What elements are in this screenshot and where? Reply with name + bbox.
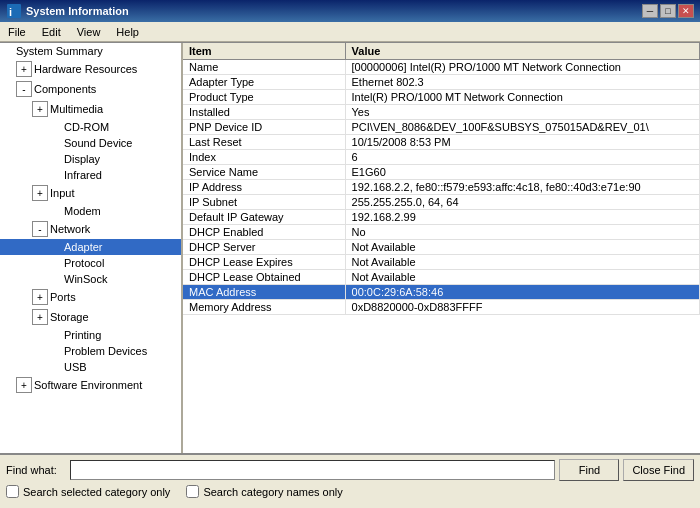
table-cell-item: Memory Address	[183, 300, 345, 315]
tree-label-adapter: Adapter	[64, 241, 103, 253]
main-content: System Summary+Hardware Resources-Compon…	[0, 42, 700, 453]
menu-view[interactable]: View	[73, 25, 105, 39]
tree-label-printing: Printing	[64, 329, 101, 341]
menu-file[interactable]: File	[4, 25, 30, 39]
table-cell-value: 6	[345, 150, 699, 165]
title-bar: i System Information ─ □ ✕	[0, 0, 700, 22]
tree-item-hardware-resources[interactable]: +Hardware Resources	[0, 59, 181, 79]
table-cell-item: Index	[183, 150, 345, 165]
close-button[interactable]: ✕	[678, 4, 694, 18]
tree-label-protocol: Protocol	[64, 257, 104, 269]
data-table: Item Value Name[00000006] Intel(R) PRO/1…	[183, 43, 700, 315]
minimize-button[interactable]: ─	[642, 4, 658, 18]
table-row[interactable]: Last Reset10/15/2008 8:53 PM	[183, 135, 700, 150]
tree-item-ports[interactable]: +Ports	[0, 287, 181, 307]
table-cell-item: IP Address	[183, 180, 345, 195]
search-category-checkbox[interactable]	[6, 485, 19, 498]
table-cell-value: Yes	[345, 105, 699, 120]
table-cell-item: DHCP Lease Expires	[183, 255, 345, 270]
tree-item-multimedia[interactable]: +Multimedia	[0, 99, 181, 119]
tree-label-input: Input	[50, 187, 74, 199]
tree-expander-multimedia[interactable]: +	[32, 101, 48, 117]
table-cell-value: Ethernet 802.3	[345, 75, 699, 90]
table-row[interactable]: Default IP Gateway192.168.2.99	[183, 210, 700, 225]
table-row[interactable]: MAC Address00:0C:29:6A:58:46	[183, 285, 700, 300]
table-row[interactable]: Product TypeIntel(R) PRO/1000 MT Network…	[183, 90, 700, 105]
table-cell-item: Adapter Type	[183, 75, 345, 90]
table-row[interactable]: Name[00000006] Intel(R) PRO/1000 MT Netw…	[183, 60, 700, 75]
tree-label-network: Network	[50, 223, 90, 235]
table-cell-value: [00000006] Intel(R) PRO/1000 MT Network …	[345, 60, 699, 75]
table-row[interactable]: DHCP ServerNot Available	[183, 240, 700, 255]
tree-expander-hardware-resources[interactable]: +	[16, 61, 32, 77]
table-cell-item: Last Reset	[183, 135, 345, 150]
table-cell-value: PCI\VEN_8086&DEV_100F&SUBSYS_075015AD&RE…	[345, 120, 699, 135]
tree-expander-network[interactable]: -	[32, 221, 48, 237]
tree-item-problem-devices[interactable]: Problem Devices	[0, 343, 181, 359]
table-cell-item: Name	[183, 60, 345, 75]
tree-item-printing[interactable]: Printing	[0, 327, 181, 343]
table-panel: Item Value Name[00000006] Intel(R) PRO/1…	[183, 43, 700, 453]
tree-label-storage: Storage	[50, 311, 89, 323]
tree-panel: System Summary+Hardware Resources-Compon…	[0, 43, 183, 453]
table-row[interactable]: IP Subnet255.255.255.0, 64, 64	[183, 195, 700, 210]
tree-item-infrared[interactable]: Infrared	[0, 167, 181, 183]
table-row[interactable]: DHCP Lease ExpiresNot Available	[183, 255, 700, 270]
menu-edit[interactable]: Edit	[38, 25, 65, 39]
tree-item-network[interactable]: -Network	[0, 219, 181, 239]
find-input[interactable]	[70, 460, 555, 480]
tree-expander-storage[interactable]: +	[32, 309, 48, 325]
search-names-checkbox-label: Search category names only	[186, 485, 342, 498]
table-row[interactable]: DHCP Lease ObtainedNot Available	[183, 270, 700, 285]
search-names-checkbox[interactable]	[186, 485, 199, 498]
table-cell-item: Service Name	[183, 165, 345, 180]
bottom-area: Find what: Find Close Find Search select…	[0, 453, 700, 508]
table-row[interactable]: PNP Device IDPCI\VEN_8086&DEV_100F&SUBSY…	[183, 120, 700, 135]
tree-expander-components[interactable]: -	[16, 81, 32, 97]
table-cell-value: E1G60	[345, 165, 699, 180]
tree-label-usb: USB	[64, 361, 87, 373]
tree-label-ports: Ports	[50, 291, 76, 303]
tree-item-usb[interactable]: USB	[0, 359, 181, 375]
tree-label-modem: Modem	[64, 205, 101, 217]
table-row[interactable]: IP Address192.168.2.2, fe80::f579:e593:a…	[183, 180, 700, 195]
table-cell-value: Not Available	[345, 255, 699, 270]
table-row[interactable]: Service NameE1G60	[183, 165, 700, 180]
table-cell-item: Default IP Gateway	[183, 210, 345, 225]
tree-expander-software-environment[interactable]: +	[16, 377, 32, 393]
tree-label-display: Display	[64, 153, 100, 165]
tree-item-input[interactable]: +Input	[0, 183, 181, 203]
tree-expander-ports[interactable]: +	[32, 289, 48, 305]
tree-item-winsock[interactable]: WinSock	[0, 271, 181, 287]
table-cell-item: IP Subnet	[183, 195, 345, 210]
table-row[interactable]: DHCP EnabledNo	[183, 225, 700, 240]
maximize-button[interactable]: □	[660, 4, 676, 18]
table-row[interactable]: Adapter TypeEthernet 802.3	[183, 75, 700, 90]
table-cell-item: DHCP Server	[183, 240, 345, 255]
table-row[interactable]: Memory Address0xD8820000-0xD883FFFF	[183, 300, 700, 315]
table-cell-value: Intel(R) PRO/1000 MT Network Connection	[345, 90, 699, 105]
table-scroll[interactable]: Item Value Name[00000006] Intel(R) PRO/1…	[183, 43, 700, 453]
tree-item-display[interactable]: Display	[0, 151, 181, 167]
tree-item-modem[interactable]: Modem	[0, 203, 181, 219]
find-button[interactable]: Find	[559, 459, 619, 481]
tree-item-sound-device[interactable]: Sound Device	[0, 135, 181, 151]
table-cell-item: DHCP Lease Obtained	[183, 270, 345, 285]
table-cell-value: 00:0C:29:6A:58:46	[345, 285, 699, 300]
tree-item-cd-rom[interactable]: CD-ROM	[0, 119, 181, 135]
tree-item-software-environment[interactable]: +Software Environment	[0, 375, 181, 395]
tree-expander-input[interactable]: +	[32, 185, 48, 201]
tree-item-components[interactable]: -Components	[0, 79, 181, 99]
table-row[interactable]: InstalledYes	[183, 105, 700, 120]
menu-help[interactable]: Help	[112, 25, 143, 39]
table-row[interactable]: Index6	[183, 150, 700, 165]
tree-label-sound-device: Sound Device	[64, 137, 133, 149]
tree-item-system-summary[interactable]: System Summary	[0, 43, 181, 59]
col-item: Item	[183, 43, 345, 60]
table-cell-item: Product Type	[183, 90, 345, 105]
tree-item-adapter[interactable]: Adapter	[0, 239, 181, 255]
tree-item-storage[interactable]: +Storage	[0, 307, 181, 327]
tree-label-software-environment: Software Environment	[34, 379, 142, 391]
tree-item-protocol[interactable]: Protocol	[0, 255, 181, 271]
close-find-button[interactable]: Close Find	[623, 459, 694, 481]
